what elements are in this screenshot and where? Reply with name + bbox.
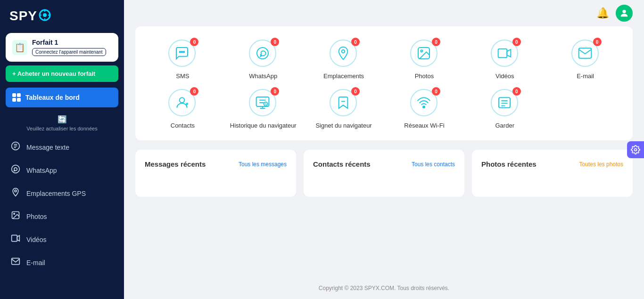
sidebar-item-photos[interactable]: Photos (4, 205, 120, 227)
feature-signet[interactable]: 0 Signet du navigateur (306, 89, 382, 129)
photos-label: Photos (415, 73, 434, 80)
messages-panel-title: Messages récents (145, 160, 206, 168)
videos-icon-wrapper: 0 (491, 40, 519, 68)
sidebar-item-message-texte[interactable]: Message texte (4, 136, 120, 158)
svg-point-18 (257, 48, 268, 59)
feature-emplacements[interactable]: 0 Emplacements (306, 40, 382, 80)
contacts-panel-header: Contacts récents Tous les contacts (313, 160, 455, 168)
emplacements-badge: 0 (351, 38, 360, 46)
sidebar-nav: Message texte WhatsApp Emplacements GPS … (0, 136, 124, 274)
svg-point-21 (421, 50, 422, 52)
historique-badge: 0 (271, 87, 279, 96)
logo-icon (39, 9, 51, 21)
refresh-section: 🔄 Veuillez actualiser les données (0, 111, 124, 136)
videos-badge: 0 (512, 38, 521, 46)
feature-whatsapp[interactable]: 0 WhatsApp (225, 40, 301, 80)
videos-icon (10, 234, 21, 245)
photos-recentes-panel: Photos récentes Toutes les photos (472, 150, 633, 197)
photos-panel-title: Photos récentes (481, 160, 537, 168)
svg-marker-12 (17, 235, 19, 241)
plan-info: Forfait 1 Connectez l'appareil maintenan… (32, 39, 112, 56)
feature-videos[interactable]: 0 Vidéos (467, 40, 543, 80)
svg-point-8 (15, 190, 17, 192)
sidebar-item-label: Vidéos (26, 236, 47, 243)
whatsapp-icon (10, 164, 21, 176)
sidebar-item-label: Photos (26, 213, 47, 220)
sidebar-item-label: E-mail (26, 259, 45, 267)
feature-photos[interactable]: 0 Photos (386, 40, 462, 80)
messages-panel-header: Messages récents Tous les messages (145, 160, 287, 168)
all-contacts-link[interactable]: Tous les contacts (412, 161, 455, 168)
settings-float-button[interactable] (627, 141, 644, 158)
empty-slot (547, 89, 623, 129)
notification-bell-icon[interactable]: 🔔 (596, 7, 609, 19)
svg-point-39 (635, 148, 637, 151)
grid-icon (12, 93, 21, 102)
gps-icon (10, 187, 21, 199)
feature-sms[interactable]: 0 SMS (145, 40, 221, 80)
signet-icon-wrapper: 0 (330, 89, 358, 117)
photos-icon-wrapper: 0 (410, 40, 438, 68)
feature-contacts[interactable]: 0 Contacts (145, 89, 221, 129)
connect-device-button[interactable]: Connectez l'appareil maintenant (32, 48, 106, 56)
sidebar-item-whatsapp[interactable]: WhatsApp (4, 159, 120, 181)
svg-rect-22 (498, 49, 507, 58)
svg-rect-11 (12, 235, 17, 241)
sidebar-item-emplacements-gps[interactable]: Emplacements GPS (4, 182, 120, 204)
message-icon (10, 141, 21, 153)
photos-badge: 0 (432, 38, 440, 46)
contacts-recents-panel: Contacts récents Tous les contacts (304, 150, 464, 197)
sms-badge: 0 (190, 38, 198, 46)
signet-badge: 0 (351, 87, 360, 96)
photos-panel-header: Photos récentes Toutes les photos (481, 160, 623, 168)
svg-point-1 (43, 13, 47, 17)
plan-icon: 📋 (12, 40, 27, 55)
svg-rect-13 (12, 258, 20, 264)
feature-email[interactable]: 0 E-mail (547, 40, 623, 80)
svg-point-16 (182, 51, 183, 53)
feature-historique[interactable]: 0 Historique du navigateur (225, 89, 301, 129)
user-avatar[interactable] (616, 5, 633, 22)
footer: Copyright © 2023 SPYX.COM. Tous droits r… (124, 277, 644, 299)
svg-point-19 (342, 50, 345, 53)
wifi-icon-wrapper: 0 (410, 89, 438, 117)
videos-label: Vidéos (495, 73, 514, 80)
sidebar-item-label: WhatsApp (26, 167, 57, 174)
dashboard-button[interactable]: Tableaux de bord (6, 88, 118, 107)
whatsapp-badge: 0 (271, 38, 279, 46)
emplacements-icon-wrapper: 0 (330, 40, 358, 68)
whatsapp-label: WhatsApp (249, 73, 277, 80)
refresh-label: Veuillez actualiser les données (26, 126, 97, 131)
plan-name: Forfait 1 (32, 39, 112, 46)
whatsapp-icon-wrapper: 0 (249, 40, 277, 68)
all-photos-link[interactable]: Toutes les photos (579, 161, 623, 168)
garder-icon-wrapper: 0 (491, 89, 519, 117)
bottom-panels: Messages récents Tous les messages Conta… (135, 150, 633, 197)
svg-point-10 (14, 213, 15, 215)
contacts-panel-title: Contacts récents (313, 160, 371, 168)
contacts-icon-wrapper: 0 (168, 89, 197, 117)
svg-marker-23 (507, 49, 511, 57)
new-plan-button[interactable]: + Acheter un nouveau forfait (6, 65, 118, 82)
feature-garder[interactable]: 0 Garder (467, 89, 543, 129)
garder-label: Garder (495, 122, 514, 129)
historique-icon-wrapper: 0 (249, 89, 277, 117)
header: 🔔 (124, 0, 644, 26)
plan-card: 📋 Forfait 1 Connectez l'appareil mainten… (6, 33, 118, 62)
feature-wifi[interactable]: 0 Réseaux Wi-Fi (386, 89, 462, 129)
historique-label: Historique du navigateur (230, 122, 297, 129)
wifi-label: Réseaux Wi-Fi (404, 122, 444, 129)
sidebar-item-email[interactable]: E-mail (4, 251, 120, 274)
all-messages-link[interactable]: Tous les messages (239, 161, 287, 168)
svg-point-17 (183, 51, 185, 53)
email-badge: 0 (593, 38, 602, 46)
refresh-icon[interactable]: 🔄 (58, 115, 67, 124)
svg-point-14 (622, 10, 626, 13)
sidebar-item-videos[interactable]: Vidéos (4, 228, 120, 251)
dashboard-content: 0 SMS 0 WhatsApp (124, 26, 644, 277)
svg-point-15 (180, 51, 181, 53)
contacts-label: Contacts (171, 122, 195, 129)
svg-point-7 (12, 165, 20, 173)
svg-point-24 (180, 97, 185, 103)
wifi-badge: 0 (432, 87, 440, 96)
